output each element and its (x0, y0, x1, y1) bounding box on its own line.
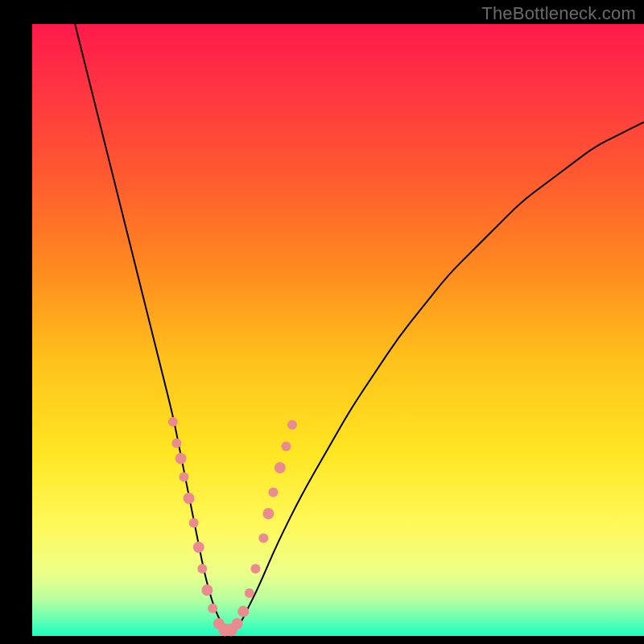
data-marker (168, 417, 178, 427)
watermark-text: TheBottleneck.com (481, 3, 636, 24)
data-marker (197, 564, 207, 573)
data-marker (245, 588, 254, 598)
data-marker (268, 487, 278, 497)
data-marker (250, 564, 260, 573)
data-marker (237, 606, 249, 617)
data-marker (193, 542, 204, 553)
data-marker (287, 420, 297, 430)
bottleneck-chart (0, 0, 644, 644)
plot-background (32, 24, 644, 636)
chart-stage: TheBottleneck.com (0, 0, 644, 644)
data-marker (258, 533, 268, 543)
data-marker (179, 472, 188, 481)
data-marker (281, 441, 291, 451)
data-marker (232, 618, 243, 630)
data-marker (208, 604, 217, 613)
data-marker (262, 508, 274, 519)
data-marker (171, 439, 181, 448)
data-marker (201, 584, 213, 596)
data-marker (189, 518, 199, 527)
data-marker (175, 453, 187, 464)
data-marker (184, 493, 195, 504)
data-marker (275, 462, 286, 473)
